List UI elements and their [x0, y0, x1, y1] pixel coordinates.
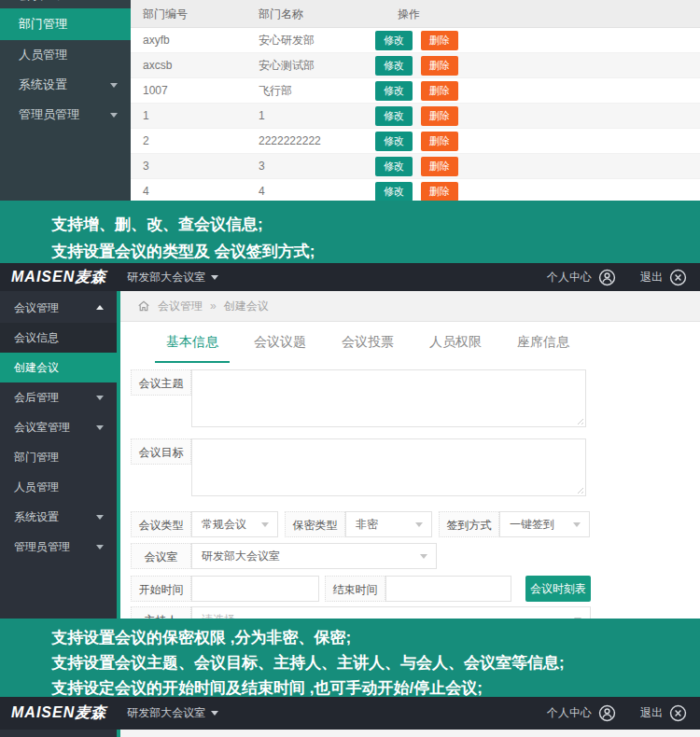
- table-row: 1007 飞行部 修改 删除: [131, 78, 700, 104]
- dept-code: 1: [131, 104, 247, 129]
- delete-button[interactable]: 删除: [421, 182, 458, 202]
- edit-button[interactable]: 修改: [375, 132, 413, 151]
- banner-line: 支持设置会议的保密权限 ,分为非密、保密;: [51, 625, 691, 650]
- dept-code: axcsb: [131, 53, 247, 78]
- sidebar-item-department[interactable]: 部门管理: [0, 442, 117, 472]
- meeting-subject-textarea[interactable]: [191, 369, 586, 427]
- delete-button[interactable]: 删除: [421, 106, 458, 126]
- secrecy-type-select[interactable]: 非密: [345, 511, 432, 537]
- table-row: axyfb 安心研发部 修改 删除: [131, 28, 700, 53]
- breadcrumb-root[interactable]: 会议管理: [158, 299, 203, 314]
- signin-method-select[interactable]: 一键签到: [499, 511, 590, 537]
- sidebar-item-meeting-mgmt[interactable]: 会议管理: [0, 293, 117, 323]
- delete-button[interactable]: 删除: [421, 31, 458, 50]
- table-row: 2 2222222222 修改 删除: [131, 129, 700, 154]
- chevron-down-icon: [415, 522, 423, 527]
- maisen-logo: MAISEN麦森: [0, 703, 106, 723]
- subject-label: 会议主题: [131, 369, 191, 396]
- room-selector-dropdown[interactable]: 研发部大会议室: [127, 705, 218, 721]
- dept-name: 2222222222: [247, 129, 373, 154]
- end-time-input[interactable]: [385, 576, 511, 602]
- sidebar-item-meeting-info[interactable]: 会议信息: [0, 323, 117, 353]
- app-header: MAISEN麦森 研发部大会议室 个人中心 退出: [0, 263, 700, 291]
- dept-name: 1: [247, 104, 373, 129]
- chevron-down-icon: [110, 83, 118, 88]
- meeting-goal-textarea[interactable]: [191, 438, 586, 496]
- banner-line: 支持设置会议的类型及 会议签到方式;: [51, 238, 691, 265]
- chevron-down-icon: [96, 515, 104, 520]
- tab-seating[interactable]: 座席信息: [506, 322, 581, 363]
- close-icon: [669, 269, 687, 286]
- sidebar-item-system-settings[interactable]: 系统设置: [0, 70, 131, 100]
- annotation-banner-2: 支持设置会议的保密权限 ,分为非密、保密; 支持设置会议主题、会议目标、主持人、…: [0, 619, 700, 697]
- breadcrumb-current: 创建会议: [224, 299, 269, 314]
- sidebar-item-room-mgmt[interactable]: 会议室管理: [0, 412, 117, 442]
- edit-button[interactable]: 修改: [375, 81, 413, 101]
- sidebar-item-personnel[interactable]: 人员管理: [0, 40, 131, 70]
- chevron-down-icon: [110, 113, 118, 118]
- edit-button[interactable]: 修改: [375, 106, 413, 126]
- meeting-room-label: 会议室: [131, 543, 191, 569]
- profile-link[interactable]: 个人中心: [547, 269, 616, 286]
- sidebar-item-create-meeting[interactable]: 创建会议: [0, 353, 117, 382]
- department-table: 部门编号 部门名称 操作 axyfb 安心研发部 修改 删除 axcsb 安心测…: [131, 0, 700, 201]
- delete-button[interactable]: 删除: [421, 56, 458, 76]
- meeting-schedule-button[interactable]: 会议时刻表: [525, 576, 591, 602]
- dept-name: 4: [247, 179, 373, 202]
- chevron-down-icon: [96, 425, 104, 430]
- tab-agenda[interactable]: 会议议题: [243, 322, 317, 363]
- profile-link[interactable]: 个人中心: [547, 704, 616, 722]
- create-meeting-screen: 会议管理 会议信息 创建会议 会后管理 会议室管理 部门管理 人员管理: [0, 291, 700, 619]
- sidebar-section2: 会议管理 会议信息 创建会议 会后管理 会议室管理 部门管理 人员管理: [0, 291, 117, 619]
- room-selector-dropdown[interactable]: 研发部大会议室: [127, 270, 218, 285]
- sidebar-item-system-settings[interactable]: 系统设置: [0, 502, 117, 532]
- home-icon: [137, 299, 150, 313]
- resize-handle[interactable]: [575, 485, 583, 494]
- secrecy-type-label: 保密类型: [285, 511, 345, 537]
- delete-button[interactable]: 删除: [421, 157, 458, 176]
- edit-button[interactable]: 修改: [375, 56, 413, 76]
- tab-basic-info[interactable]: 基本信息: [155, 322, 230, 363]
- sidebar-item-admin[interactable]: 管理员管理: [0, 532, 117, 562]
- edit-button[interactable]: 修改: [375, 182, 413, 202]
- table-row: axcsb 安心测试部 修改 删除: [131, 53, 700, 78]
- sidebar-item-personnel[interactable]: 人员管理: [0, 472, 117, 502]
- sidebar-item-department[interactable]: 部门管理: [0, 8, 131, 40]
- sidebar-item-post-meeting[interactable]: 会后管理: [0, 382, 117, 412]
- chevron-down-icon: [261, 522, 269, 527]
- tab-permissions[interactable]: 人员权限: [418, 322, 493, 363]
- table-row: 4 4 修改 删除: [131, 179, 700, 201]
- logout-link[interactable]: 退出: [640, 704, 687, 722]
- edit-button[interactable]: 修改: [375, 157, 413, 176]
- banner-line: 支持增、删、改、查会议信息;: [51, 211, 691, 238]
- chevron-down-icon: [573, 522, 581, 527]
- tab-voting[interactable]: 会议投票: [330, 322, 405, 363]
- dept-name: 安心研发部: [247, 28, 373, 53]
- start-time-input[interactable]: [191, 576, 319, 602]
- meeting-type-select[interactable]: 常规会议: [191, 511, 278, 537]
- dept-code: 4: [131, 179, 247, 202]
- host-select[interactable]: 请选择: [191, 606, 591, 619]
- delete-button[interactable]: 删除: [421, 81, 458, 101]
- user-icon: [598, 269, 616, 286]
- table-row: 1 1 修改 删除: [131, 104, 700, 129]
- delete-button[interactable]: 删除: [421, 132, 458, 151]
- app-header: MAISEN麦森 研发部大会议室 个人中心 退出: [0, 697, 700, 730]
- edit-button[interactable]: 修改: [375, 31, 413, 50]
- chevron-down-icon: [211, 275, 218, 280]
- host-label: 主持人: [131, 606, 191, 619]
- breadcrumb: 会议管理 » 创建会议: [120, 291, 700, 322]
- sidebar-item-partial[interactable]: 会议室管理: [0, 0, 131, 8]
- resize-handle[interactable]: [575, 416, 583, 424]
- composite-screenshot: 会议室管理 部门管理 人员管理 系统设置 管理员管理 部门编号 部门名称 操作: [0, 0, 700, 737]
- dept-name: 3: [247, 154, 373, 179]
- sidebar-item-admin[interactable]: 管理员管理: [0, 100, 131, 130]
- dept-code: axyfb: [131, 28, 247, 53]
- column-header-actions: 操作: [373, 0, 700, 27]
- sidebar-accent-sliver: [117, 730, 120, 737]
- breadcrumb-separator: »: [210, 299, 217, 313]
- meeting-room-select[interactable]: 研发部大会议室: [191, 543, 437, 569]
- logout-link[interactable]: 退出: [640, 269, 687, 286]
- meeting-type-label: 会议类型: [131, 511, 191, 537]
- dept-code: 1007: [131, 78, 247, 104]
